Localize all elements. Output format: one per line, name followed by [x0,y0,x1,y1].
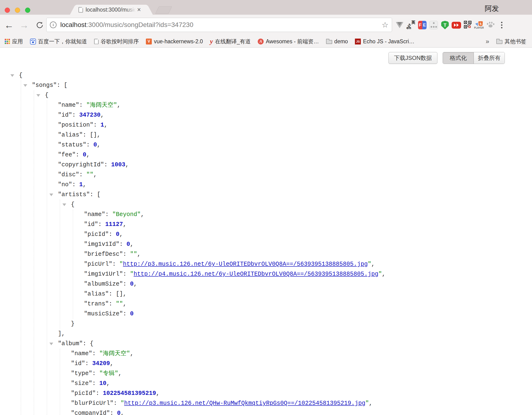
collapse-toggle-icon[interactable] [10,74,14,77]
page-info-icon[interactable]: i [50,21,57,28]
json-string: "" [86,171,93,178]
extension-button-translate[interactable]: 英⇄en [406,18,416,33]
collapse-toggle-icon[interactable] [36,94,40,97]
shield-icon: T [441,21,449,29]
json-number: 102254581395219 [103,390,156,397]
other-bookmarks-folder[interactable]: 其他书签 [496,38,526,45]
back-button[interactable]: ← [3,15,15,36]
download-json-button[interactable]: 下载JSON数据 [389,52,437,64]
json-children: {"name": "海阔天空","id": 347230,"position":… [34,90,532,415]
json-node: "artists": [{"name": "Beyond","id": 1112… [58,190,532,339]
json-line: "disc": "", [58,170,532,180]
json-number: 0 [116,231,119,238]
json-number: 0 [130,281,133,288]
json-children: "name": "海阔天空","id": 34209,"type": "专辑",… [60,349,532,415]
json-line: "id": 34209, [71,359,532,369]
minimize-window-button[interactable] [15,8,20,13]
json-node: {"songs": [{"name": "海阔天空","id": 347230,… [19,70,532,415]
json-line: "status": 0, [58,140,532,150]
json-children: "name": "海阔天空","id": 347230,"position": … [47,100,532,415]
bookmark-label: 谷歌按时间排序 [101,38,139,45]
bookmark-label: 在线翻译_有道 [215,38,251,45]
json-number: 0 [93,142,97,148]
tab-favicon-page-icon [78,7,83,13]
browser-toolbar: ← → i localhost:3000/music/songDetail?id… [0,15,532,36]
json-line: "picUrl": "http://p3.music.126.net/6y-Ul… [84,259,532,269]
collapse-toggle-icon[interactable] [49,343,53,345]
bookmark-star-icon[interactable]: ☆ [382,21,389,29]
profile-name-label: 阿发 [485,4,499,13]
bookmark-item-3[interactable]: Vvue-hackernews-2.0 [146,38,203,45]
bookmark-label: Echo JS - JavaScri… [363,38,414,45]
bookmark-item-0[interactable]: 应用 [5,38,23,45]
json-key: "artists" [58,191,90,198]
collapse-toggle-icon[interactable] [49,193,53,196]
baidu-paw-icon [30,39,36,45]
echojs-favicon: JS [355,39,361,45]
json-key: "type" [71,370,92,377]
collapse-all-button[interactable]: 折叠所有 [474,52,504,64]
json-string: "Beyond" [112,211,141,218]
extension-button-shield[interactable]: T [440,18,450,33]
json-number: 0 [117,410,121,415]
forward-button[interactable]: → [18,15,30,36]
bookmark-item-2[interactable]: 谷歌按时间排序 [94,38,139,45]
json-line: { [71,200,532,210]
json-line: "name": "Beyond", [84,210,532,220]
json-line: ], [58,329,532,339]
collapse-toggle-icon[interactable] [23,84,27,87]
json-string: "专辑" [99,370,118,377]
bookmark-item-5[interactable]: AAwesomes - 前端资… [258,38,319,45]
json-key: "position" [58,122,93,128]
vue-devtools-icon [396,22,403,28]
json-key: "id" [71,360,85,367]
bookmark-item-6[interactable]: demo [326,38,348,45]
apps-grid-icon [5,39,10,44]
browser-tab[interactable]: localhost:3000/music/songDet × [76,5,147,15]
bookmark-label: 其他书签 [504,38,526,45]
url-text[interactable]: localhost:3000/music/songDetail?ids=3472… [60,21,193,29]
tab-title: localhost:3000/music/songDet [86,7,136,13]
extension-button-sitemap[interactable] [428,18,439,33]
close-window-button[interactable] [5,8,10,13]
json-link[interactable]: http://p3.music.126.net/QHw-RuMwfQkmqtiy… [124,400,365,407]
browser-menu-button[interactable] [496,18,507,33]
bookmark-label: 百度一下，你就知道 [38,38,87,45]
extension-button-vue-devtools[interactable] [394,18,405,33]
sitemap-icon [429,21,438,29]
bookmark-item-4[interactable]: y在线翻译_有道 [210,38,251,45]
json-number: 0 [83,151,86,158]
collapse-toggle-icon[interactable] [62,203,66,206]
json-line: "name": "海阔天空", [58,100,532,110]
json-line: "albumSize": 0, [84,279,532,289]
json-link[interactable]: http://p4.music.126.net/6y-UleORITEDbvrO… [133,271,378,278]
reload-button[interactable] [34,15,46,36]
json-line: } [71,319,532,329]
address-bar[interactable]: i localhost:3000/music/songDetail?ids=34… [46,18,392,32]
extension-button-h5-player[interactable]: 5PLAYER [474,18,484,33]
bookmark-item-7[interactable]: JSEcho JS - JavaScri… [355,38,414,45]
tab-close-icon[interactable]: × [137,7,141,13]
json-line: "alias": [], [58,130,532,140]
json-number: 347230 [79,112,101,118]
json-node: "album": {"name": "海阔天空","id": 34209,"ty… [58,339,532,415]
json-link[interactable]: http://p3.music.126.net/6y-UleORITEDbvrO… [123,261,368,268]
json-line: "img1v1Id": 0, [84,240,532,249]
json-key: "name" [58,102,79,109]
extension-button-fe[interactable]: FE [417,18,428,33]
fe-extension-icon: FE [418,21,427,29]
zoom-window-button[interactable] [25,8,30,13]
json-line: "type": "专辑", [71,369,532,378]
extension-button-fast-forward[interactable] [451,18,462,33]
extension-button-paw[interactable] [485,18,496,33]
json-number: 1 [101,122,104,128]
bookmarks-overflow-chevron[interactable]: » [486,38,489,45]
json-number: 11127 [105,221,123,228]
qr-code-icon [464,21,472,29]
extension-button-qr-code[interactable] [463,18,473,33]
new-tab-button[interactable] [155,6,172,14]
bookmark-item-1[interactable]: 百度一下，你就知道 [30,38,87,45]
json-line: "picId": 102254581395219, [71,388,532,398]
format-button[interactable]: 格式化 [443,52,474,64]
json-line: "musicSize": 0 [84,309,532,319]
